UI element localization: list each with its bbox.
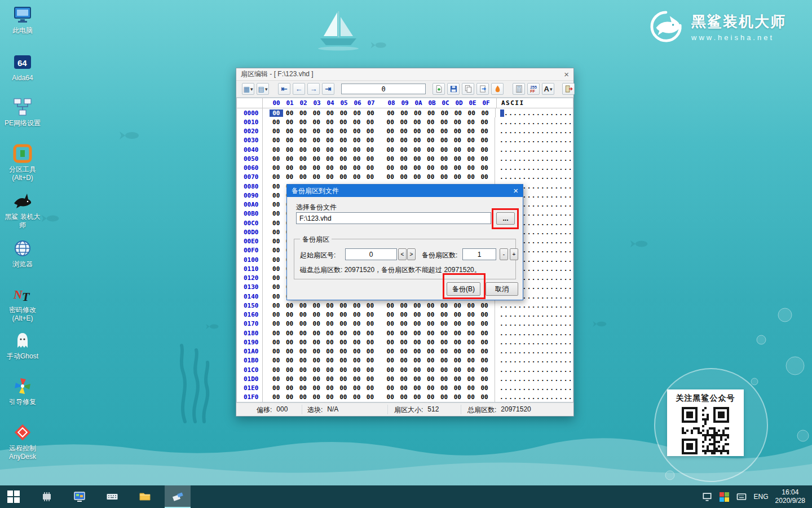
hex-byte[interactable]: 00	[323, 110, 337, 117]
hex-byte[interactable]: 00	[270, 384, 283, 392]
start-button[interactable]	[0, 485, 27, 508]
hex-byte[interactable]: 00	[323, 311, 337, 318]
hex-byte[interactable]: 00	[310, 357, 323, 364]
hex-byte[interactable]: 00	[397, 375, 411, 383]
desktop-icon-heisha-installer[interactable]: 黑鲨 装机大 师	[0, 191, 45, 230]
hex-byte[interactable]: 00	[383, 339, 397, 346]
hex-byte[interactable]: 00	[350, 311, 364, 318]
hex-byte[interactable]: 00	[350, 330, 364, 337]
hex-byte[interactable]: 00	[478, 137, 491, 144]
hex-byte[interactable]: 00	[438, 155, 451, 163]
hex-byte[interactable]: 00	[323, 375, 337, 383]
hex-byte[interactable]: 00	[337, 357, 350, 364]
window-titlebar[interactable]: 扇区编辑 - [ F:\123.vhd ] ×	[236, 68, 573, 81]
hex-byte[interactable]: 00	[464, 339, 478, 346]
hex-byte[interactable]: 00	[397, 339, 411, 346]
hex-byte[interactable]: 00	[350, 393, 364, 401]
hex-byte[interactable]: 00	[296, 357, 310, 364]
hex-byte[interactable]: 00	[424, 146, 438, 154]
hex-byte[interactable]: 00	[438, 119, 451, 126]
hex-byte[interactable]: 00	[438, 320, 451, 327]
hex-byte[interactable]: 00	[364, 375, 377, 383]
hex-byte[interactable]: 00	[270, 155, 283, 163]
hex-byte[interactable]: 00	[296, 173, 310, 181]
hex-byte[interactable]: 00	[397, 384, 411, 392]
exit-button[interactable]	[562, 83, 575, 95]
hex-byte[interactable]: 00	[411, 155, 424, 163]
hex-byte[interactable]: 00	[478, 311, 491, 318]
hex-byte[interactable]: 00	[464, 330, 478, 337]
ascii-cell[interactable]: ................	[495, 301, 573, 310]
hex-byte[interactable]: 00	[478, 164, 491, 172]
hex-byte[interactable]: 00	[270, 229, 283, 236]
hex-byte[interactable]: 00	[270, 293, 283, 300]
hex-byte[interactable]: 00	[364, 146, 377, 154]
hex-byte[interactable]: 00	[451, 173, 464, 181]
hex-byte[interactable]: 00	[451, 311, 464, 318]
hex-byte[interactable]: 00	[337, 393, 350, 401]
hex-byte[interactable]: 00	[451, 384, 464, 392]
hex-byte[interactable]: 00	[411, 146, 424, 154]
hex-byte[interactable]: 00	[478, 119, 491, 126]
hex-byte[interactable]: 00	[323, 155, 337, 163]
hex-byte[interactable]: 00	[438, 128, 451, 135]
language-indicator[interactable]: ENG	[754, 493, 769, 501]
hex-byte[interactable]: 00	[464, 137, 478, 144]
fill-button[interactable]	[491, 83, 504, 95]
backup-button[interactable]: 备份(B)	[447, 282, 480, 296]
hex-byte[interactable]: 00	[270, 339, 283, 346]
hex-byte[interactable]: 00	[296, 366, 310, 374]
hex-byte[interactable]: 00	[397, 164, 411, 172]
hex-byte[interactable]: 00	[464, 302, 478, 309]
desktop-icon-this-pc[interactable]: 此电脑	[0, 5, 45, 35]
browse-button[interactable]: ...	[496, 212, 515, 225]
hex-byte[interactable]: 00	[323, 173, 337, 181]
hex-byte[interactable]: 00	[283, 110, 297, 117]
hex-byte[interactable]: 00	[283, 311, 297, 318]
hex-byte[interactable]: 00	[323, 330, 337, 337]
hex-byte[interactable]: 00	[397, 348, 411, 355]
hex-byte[interactable]: 00	[397, 146, 411, 154]
hex-byte[interactable]: 00	[310, 164, 323, 172]
hex-byte[interactable]: 00	[451, 119, 464, 126]
hex-byte[interactable]: 00	[364, 384, 377, 392]
hex-byte[interactable]: 00	[451, 155, 464, 163]
hex-byte[interactable]: 00	[424, 393, 438, 401]
hex-byte[interactable]: 00	[438, 164, 451, 172]
hex-byte[interactable]: 00	[464, 357, 478, 364]
hex-byte[interactable]: 00	[310, 393, 323, 401]
hex-byte[interactable]: 00	[397, 302, 411, 309]
hex-byte[interactable]: 00	[350, 366, 364, 374]
hex-byte[interactable]: 00	[464, 348, 478, 355]
hex-byte[interactable]: 00	[383, 330, 397, 337]
hex-byte[interactable]: 00	[451, 330, 464, 337]
hex-byte[interactable]: 00	[383, 302, 397, 309]
taskbar-app-hardware[interactable]	[34, 485, 60, 508]
desktop-icon-anydesk[interactable]: 远程控制 AnyDesk	[0, 422, 45, 461]
hex-byte[interactable]: 00	[310, 137, 323, 144]
ascii-cell[interactable]: ................	[495, 145, 573, 154]
ascii-cell[interactable]: ................	[495, 338, 573, 347]
hex-byte[interactable]: 00	[438, 357, 451, 364]
hex-byte[interactable]: 00	[364, 155, 377, 163]
hex-byte[interactable]: 00	[411, 110, 425, 117]
hex-byte[interactable]: 00	[270, 274, 283, 282]
hex-byte[interactable]: 00	[411, 320, 424, 327]
hex-byte[interactable]: 00	[383, 348, 397, 355]
hex-byte[interactable]: 00	[397, 137, 411, 144]
hex-byte[interactable]: 00	[438, 137, 451, 144]
hex-byte[interactable]: 00	[364, 330, 377, 337]
new-doc-button[interactable]	[433, 83, 445, 95]
ascii-cell[interactable]: ................	[495, 329, 573, 338]
cancel-button[interactable]: 取消	[486, 282, 518, 296]
taskbar-app-sector-editor[interactable]	[165, 485, 191, 508]
window-close-button[interactable]: ×	[564, 71, 569, 78]
hex-byte[interactable]: 00	[283, 375, 297, 383]
hex-byte[interactable]: 00	[451, 375, 464, 383]
hex-byte[interactable]: 00	[364, 119, 377, 126]
hex-byte[interactable]: 00	[411, 128, 424, 135]
hex-byte[interactable]: 00	[337, 155, 350, 163]
byte-layout-button[interactable]: ▤▾	[257, 83, 269, 95]
hex-byte[interactable]: 00	[411, 311, 424, 318]
hex-byte[interactable]: 00	[364, 164, 377, 172]
